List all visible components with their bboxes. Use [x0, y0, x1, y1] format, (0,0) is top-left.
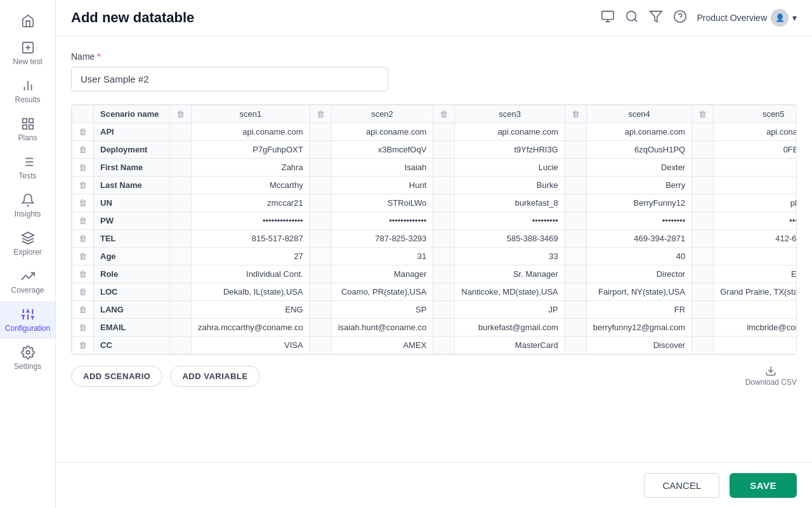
delete-row-0[interactable]: 🗑 — [72, 123, 94, 141]
sidebar-item-tests[interactable]: Tests — [0, 149, 55, 187]
main-content: Add new datatable Product Overview 👤 ▾ — [56, 0, 812, 508]
sidebar-item-label: Insights — [15, 210, 41, 218]
table-cell: ••••••••• — [455, 212, 565, 230]
gap-cell-11-4 — [692, 319, 714, 337]
sidebar-item-plans[interactable]: Plans — [0, 110, 55, 149]
table-cell: 6zqOusH1PQ — [586, 141, 691, 159]
filter-icon[interactable] — [649, 10, 663, 26]
gap-cell-3-4 — [692, 177, 714, 194]
delete-row-9[interactable]: 🗑 — [72, 283, 94, 301]
sidebar-item-configuration[interactable]: Configuration — [0, 301, 55, 339]
delete-scen5-header[interactable]: 🗑 — [692, 105, 714, 123]
table-cell: plAyORiG — [714, 194, 797, 212]
search-icon[interactable] — [625, 10, 639, 26]
save-button[interactable]: SAVE — [730, 473, 797, 498]
avatar: 👤 — [771, 9, 789, 27]
gap-cell-4-3 — [565, 194, 586, 212]
delete-row-11[interactable]: 🗑 — [72, 319, 94, 337]
table-cell: Mcbride — [714, 177, 797, 194]
table-cell: Fairport, NY(state),USA — [586, 283, 691, 301]
download-icon — [765, 365, 776, 377]
table-cell: GER — [714, 301, 797, 319]
row-label: Age — [94, 248, 170, 265]
table-cell: burkefast_8 — [455, 194, 565, 212]
sidebar-item-home[interactable] — [0, 8, 55, 34]
delete-scen4-header[interactable]: 🗑 — [565, 105, 586, 123]
gap-cell-3-1 — [310, 177, 331, 194]
table-row: 🗑Last NameMccarthyHuntBurkeBerryMcbride — [72, 177, 797, 194]
table-cell: api.coname.com — [455, 123, 565, 141]
gap-cell-9-4 — [692, 283, 714, 301]
gap-cell-9-3 — [565, 283, 586, 301]
gap-cell-10-3 — [565, 301, 586, 319]
gap-cell-0-2 — [433, 123, 455, 141]
table-row: 🗑EMAILzahra.mccarthy@coname.coisaiah.hun… — [72, 319, 797, 337]
table-row: 🗑RoleIndividual Cont.ManagerSr. ManagerD… — [72, 265, 797, 283]
monitor-icon[interactable] — [601, 10, 615, 26]
row-label: CC — [94, 337, 170, 354]
row-label: LOC — [94, 283, 170, 301]
add-scenario-button[interactable]: ADD SCENARIO — [71, 366, 162, 387]
gap-cell-8-3 — [565, 265, 586, 283]
sidebar-item-explorer[interactable]: Explorer — [0, 225, 55, 263]
gap-cell-5-2 — [433, 212, 455, 230]
delete-scen1-header[interactable]: 🗑 — [170, 105, 192, 123]
gap-cell-7-3 — [565, 248, 586, 265]
delete-row-3[interactable]: 🗑 — [72, 177, 94, 194]
table-cell: Coamo, PR(state),USA — [331, 283, 433, 301]
table-cell: Burke — [455, 177, 565, 194]
help-icon[interactable] — [673, 10, 687, 26]
table-row: 🗑CCVISAAMEXMasterCardDiscoverCiti — [72, 337, 797, 354]
add-variable-button[interactable]: ADD VARIABLE — [170, 366, 259, 387]
delete-row-1[interactable]: 🗑 — [72, 141, 94, 159]
delete-scen3-header[interactable]: 🗑 — [433, 105, 455, 123]
sidebar-item-settings[interactable]: Settings — [0, 339, 55, 377]
svg-rect-7 — [29, 119, 32, 123]
gap-cell-7-2 — [433, 248, 455, 265]
user-name: Product Overview — [697, 13, 767, 23]
svg-rect-27 — [601, 11, 613, 20]
gap-cell-8-4 — [692, 265, 714, 283]
row-label: LANG — [94, 301, 170, 319]
table-cell: Grand Prairie, TX(state),USA — [714, 283, 797, 301]
delete-row-7[interactable]: 🗑 — [72, 248, 94, 265]
table-row: 🗑DeploymentP7gFuhpOXTx3BmcefOqVt9YfzHRI3… — [72, 141, 797, 159]
user-menu[interactable]: Product Overview 👤 ▾ — [697, 9, 797, 27]
datatable-wrapper: Scenario name 🗑 scen1 🗑 scen2 🗑 scen3 🗑 … — [71, 104, 797, 355]
svg-marker-32 — [650, 11, 661, 22]
gap-cell-7-4 — [692, 248, 714, 265]
gap-cell-1-0 — [170, 141, 192, 159]
delete-row-10[interactable]: 🗑 — [72, 301, 94, 319]
delete-row-4[interactable]: 🗑 — [72, 194, 94, 212]
gap-cell-5-1 — [310, 212, 331, 230]
delete-row-2[interactable]: 🗑 — [72, 159, 94, 177]
sidebar-item-label: Explorer — [13, 248, 42, 257]
bar-chart-icon — [21, 79, 35, 93]
gap-cell-3-2 — [433, 177, 455, 194]
table-cell: berryfunny12@gmai.com — [586, 319, 691, 337]
sidebar-item-new-test[interactable]: New test — [0, 34, 55, 72]
delete-row-5[interactable]: 🗑 — [72, 212, 94, 230]
table-cell: Mccarthy — [192, 177, 310, 194]
delete-row-8[interactable]: 🗑 — [72, 265, 94, 283]
table-cell: 787-825-3293 — [331, 230, 433, 248]
table-cell: Executive — [714, 265, 797, 283]
table-cell: ENG — [192, 301, 310, 319]
name-input[interactable] — [71, 67, 388, 91]
gap-cell-0-4 — [692, 123, 714, 141]
table-cell: Individual Cont. — [192, 265, 310, 283]
delete-row-6[interactable]: 🗑 — [72, 230, 94, 248]
delete-row-12[interactable]: 🗑 — [72, 337, 94, 354]
table-cell: 469-394-2871 — [586, 230, 691, 248]
gap-cell-2-4 — [692, 159, 714, 177]
sidebar-item-coverage[interactable]: Coverage — [0, 263, 55, 301]
download-csv-button[interactable]: Download CSV — [745, 365, 797, 387]
delete-scen2-header[interactable]: 🗑 — [310, 105, 331, 123]
cancel-button[interactable]: CANCEL — [644, 473, 719, 498]
table-cell: Manager — [331, 265, 433, 283]
table-cell: VISA — [192, 337, 310, 354]
sidebar-item-results[interactable]: Results — [0, 72, 55, 110]
table-cell: MasterCard — [455, 337, 565, 354]
gap-cell-12-4 — [692, 337, 714, 354]
sidebar-item-insights[interactable]: Insights — [0, 187, 55, 225]
